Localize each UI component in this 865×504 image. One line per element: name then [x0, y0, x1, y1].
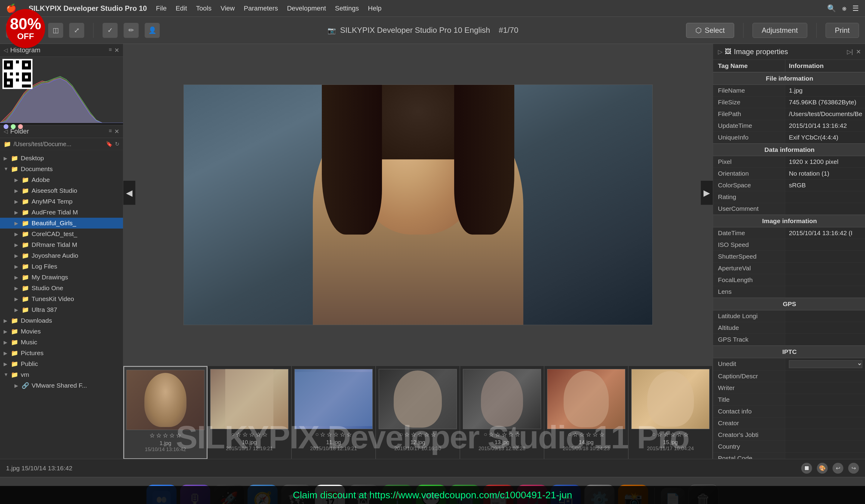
prop-val-altitude — [785, 322, 865, 333]
thumb-filename-1: 1.jpg — [159, 440, 171, 447]
folder-refresh-icon[interactable]: ↻ — [115, 141, 119, 147]
panel-close-btn[interactable]: ✕ — [856, 48, 861, 55]
prop-val-latlongi — [785, 310, 865, 322]
tree-item-adobe[interactable]: ▶ 📁 Adobe — [0, 174, 123, 185]
bottom-icon-1[interactable]: 🔲 — [801, 463, 812, 473]
tree-arrow: ▶ — [14, 199, 19, 204]
histogram-color-dots — [0, 123, 123, 130]
tree-item-movies[interactable]: ▶ 📁 Movies — [0, 326, 123, 337]
right-panel-controls: ▷| ✕ — [847, 48, 861, 55]
panel-expand-btn[interactable]: ▷| — [847, 48, 853, 55]
prop-key-uniqueinfo: UniqueInfo — [713, 132, 785, 143]
menu-view[interactable]: View — [220, 4, 234, 12]
right-panel-expand-icon[interactable]: ▷ — [718, 48, 723, 55]
thumbnail-item-12[interactable]: ○☆☆☆☆☆ 12.jpg 2015/10/17 10:16:30 — [376, 366, 460, 459]
tree-item-downloads[interactable]: ▶ 📁 Downloads — [0, 315, 123, 326]
edit-btn[interactable]: ✏ — [124, 23, 139, 38]
folder-icon: 🔗 — [22, 382, 29, 389]
prop-apertureval: ApertureVal — [713, 262, 865, 274]
thumb-date-13: 2015/09/13 12:02:28 — [478, 446, 526, 452]
tree-arrow: ▶ — [14, 253, 19, 259]
folder-path: 📁 /Users/test/Docume... 🔖 ↻ — [0, 138, 123, 150]
properties-scroll-area[interactable]: Tag Name Information File information Fi… — [713, 60, 865, 459]
check-btn[interactable]: ✓ — [103, 23, 118, 38]
control-icon[interactable]: ⎈ — [842, 4, 846, 13]
menu-icon[interactable]: ☰ — [852, 4, 859, 13]
menu-tools[interactable]: Tools — [196, 4, 211, 12]
person-btn[interactable]: 👤 — [145, 23, 160, 38]
histogram-menu-icon[interactable]: ≡ — [108, 47, 112, 54]
thumb-date-1: 15/10/14 13:16:42 — [145, 447, 186, 453]
bottom-icon-3[interactable]: ↩ — [832, 463, 843, 473]
tree-item-corelcad[interactable]: ▶ 📁 CorelCAD_test_ — [0, 228, 123, 239]
thumbnail-item-1[interactable]: ☆☆☆☆☆ 1.jpg 15/10/14 13:16:42 — [123, 366, 208, 459]
histogram-expand-icon[interactable]: ◁ — [4, 47, 8, 54]
prop-val-unedit — [785, 358, 865, 370]
thumbnail-item-14[interactable]: ○☆☆☆☆☆ 14.jpg 2015/09/18 10:24:23 — [544, 366, 628, 459]
tree-item-drmare[interactable]: ▶ 📁 DRmare Tidal M — [0, 239, 123, 250]
menu-development[interactable]: Development — [287, 4, 326, 12]
tree-item-joyoshare[interactable]: ▶ 📁 Joyoshare Audio — [0, 250, 123, 261]
tree-arrow: ▶ — [14, 296, 19, 302]
tree-item-aiseesoft[interactable]: ▶ 📁 Aiseesoft Studio — [0, 185, 123, 196]
prop-key-postalcode: Postal Code — [713, 453, 785, 459]
tree-item-pictures[interactable]: ▶ 📁 Pictures — [0, 348, 123, 359]
tree-item-logfiles[interactable]: ▶ 📁 Log Files — [0, 261, 123, 272]
tree-item-ultra387[interactable]: ▶ 📁 Ultra 387 — [0, 304, 123, 315]
folder-icon: 📁 — [11, 360, 18, 367]
tree-arrow: ▶ — [14, 307, 19, 313]
select-button[interactable]: ⬡ Select — [686, 23, 734, 38]
thumbnail-item-11[interactable]: ○☆☆☆☆☆ 11.jpg 2015/10/18 12:19:21 — [292, 366, 376, 459]
thumbnail-item-10[interactable]: ○☆☆☆☆☆ 10.jpg 2015/10/17 12:19:21 — [208, 366, 292, 459]
tree-item-vm[interactable]: ▼ 📁 vm — [0, 369, 123, 380]
promo-discount-bar: Claim discount at https://www.votedcoupo… — [0, 486, 865, 504]
layout-compare-btn[interactable]: ◫ — [48, 23, 63, 38]
folder-tree: ▶ 📁 Desktop ▼ 📁 Documents ▶ 📁 Adobe ▶ 📁 — [0, 150, 123, 459]
search-icon[interactable]: 🔍 — [827, 4, 836, 13]
qr-code — [2, 59, 33, 89]
tree-item-public[interactable]: ▶ 📁 Public — [0, 359, 123, 369]
unedit-select[interactable] — [789, 360, 862, 368]
tree-item-anymp4[interactable]: ▶ 📁 AnyMP4 Temp — [0, 196, 123, 207]
tree-item-tuneskit[interactable]: ▶ 📁 TunesKit Video — [0, 293, 123, 304]
tree-item-vmshared[interactable]: ▶ 🔗 VMware Shared F... — [0, 380, 123, 391]
prop-key-pixel: Pixel — [713, 156, 785, 167]
svg-rect-13 — [22, 84, 31, 87]
tree-item-studioone[interactable]: ▶ 📁 Studio One — [0, 283, 123, 293]
toolbar-separator-1 — [93, 23, 94, 38]
props-column-headers: Tag Name Information — [713, 60, 865, 72]
tree-item-desktop[interactable]: ▶ 📁 Desktop — [0, 153, 123, 164]
thumbnail-item-15[interactable]: ○☆☆☆☆☆ 15.jpg 2015/11/17 10:04:24 — [628, 366, 713, 459]
print-button[interactable]: Print — [826, 23, 859, 38]
menu-edit[interactable]: Edit — [176, 4, 187, 12]
tree-item-music[interactable]: ▶ 📁 Music — [0, 337, 123, 348]
bottom-icon-4[interactable]: ↪ — [848, 463, 859, 473]
svg-rect-7 — [16, 72, 19, 75]
prop-val-filesize: 745.96KB (763862Byte) — [785, 96, 865, 108]
thumb-filename-15: 15.jpg — [663, 439, 678, 446]
folder-bookmark-icon[interactable]: 🔖 — [106, 141, 113, 147]
prop-val-creator — [785, 418, 865, 429]
folder-icon: 📁 — [11, 155, 18, 162]
prop-focallength: FocalLength — [713, 274, 865, 286]
tree-item-beautiful-girls[interactable]: ▶ 📁 Beautiful_Girls_ — [0, 218, 123, 228]
promo-badge: 80% OFF — [6, 9, 45, 48]
menu-file[interactable]: File — [156, 4, 166, 12]
tree-item-mydrawings[interactable]: ▶ 📁 My Drawings — [0, 272, 123, 283]
image-viewer[interactable]: ◀ ▶ — [123, 44, 713, 366]
tree-item-audfree[interactable]: ▶ 📁 AudFree Tidal M — [0, 207, 123, 218]
scroll-right-arrow[interactable]: ▶ — [701, 181, 713, 205]
thumb-stars-13: ○☆☆☆☆☆ — [484, 431, 520, 438]
menu-parameters[interactable]: Parameters — [244, 4, 278, 12]
thumb-filename-14: 14.jpg — [579, 439, 593, 446]
menu-settings[interactable]: Settings — [335, 4, 359, 12]
thumbnail-strip: ☆☆☆☆☆ 1.jpg 15/10/14 13:16:42 ○☆☆☆☆☆ 10.… — [123, 366, 713, 459]
thumbnail-item-13[interactable]: ○☆☆☆☆☆ 13.jpg 2015/09/13 12:02:28 — [460, 366, 544, 459]
tree-item-documents[interactable]: ▼ 📁 Documents — [0, 164, 123, 174]
menu-help[interactable]: Help — [368, 4, 381, 12]
histogram-close-btn[interactable]: ✕ — [114, 47, 119, 54]
layout-fullscreen-btn[interactable]: ⤢ — [69, 23, 84, 38]
adjustment-button[interactable]: Adjustment — [752, 23, 807, 38]
scroll-left-arrow[interactable]: ◀ — [123, 181, 135, 205]
bottom-icon-2[interactable]: 🎨 — [817, 463, 828, 473]
